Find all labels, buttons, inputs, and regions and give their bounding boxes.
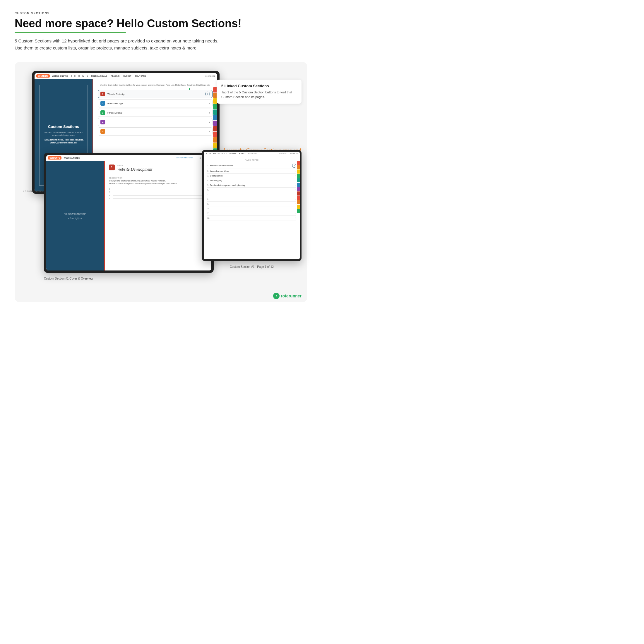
tablet-middle-inner: CONTENTS WEEKS & NOTES ‹ CUSTOM SECTIONS… xyxy=(46,155,211,270)
tab-selfcare[interactable]: SELF CARE xyxy=(134,74,148,78)
topic-item-5[interactable]: 5. Front and development stack planning … xyxy=(207,183,296,188)
rt-side-tab-11[interactable] xyxy=(297,205,300,209)
subtitle: 5 Custom Sections with 12 hyperlinked do… xyxy=(15,37,278,52)
tab-i[interactable]: I xyxy=(70,74,73,78)
tab-bucket-right[interactable]: BUCKET xyxy=(238,153,246,155)
topic-item-8[interactable]: 8.› xyxy=(207,197,296,202)
tab-ii[interactable]: II xyxy=(73,74,76,78)
connector-svg xyxy=(189,86,221,92)
section-arrow-2: › xyxy=(209,102,210,105)
rt-side-tab-9[interactable] xyxy=(297,196,300,200)
section-item-2[interactable]: 2 Roterunner App › xyxy=(98,99,213,107)
tab-roles-right[interactable]: ROLES & GOALS xyxy=(213,153,228,155)
tab-selfcare-right[interactable]: SELF CARE xyxy=(247,153,258,155)
tab-iii[interactable]: III xyxy=(77,74,81,78)
side-tab-6[interactable] xyxy=(213,115,217,120)
desc-label: DESCRIPTION xyxy=(109,177,207,179)
page-topic-label: PAGE Topic xyxy=(207,159,296,161)
callout-desc: Tap 1 of the 5 Custom Section buttons to… xyxy=(221,90,297,100)
callout-box: 5 Linked Custom Sections Tap 1 of the 5 … xyxy=(217,80,302,104)
side-tabs-right-tablet xyxy=(297,161,300,213)
topic-item-9[interactable]: 9.› xyxy=(207,202,296,206)
back-label[interactable]: ‹ CUSTOM SECTIONS xyxy=(175,157,193,159)
rt-side-tab-2[interactable] xyxy=(297,165,300,169)
section-number-badge: 1 xyxy=(109,165,115,170)
side-tab-11[interactable] xyxy=(213,143,217,148)
section-num-3: 3 xyxy=(100,110,105,115)
topic-item-7[interactable]: 7.› xyxy=(207,192,296,197)
side-tab-7[interactable] xyxy=(213,121,217,126)
topic-btn-1[interactable]: › xyxy=(292,164,296,168)
quote-author: – Buzz Lightyear xyxy=(68,217,82,219)
tab-bar-middle: CONTENTS WEEKS & NOTES ‹ CUSTOM SECTIONS… xyxy=(46,155,211,161)
section-arrow-1[interactable]: › xyxy=(205,92,210,96)
create-btn-right[interactable]: ⊕ CREATE xyxy=(290,153,299,155)
section-arrow-5: › xyxy=(209,130,210,133)
side-tab-4[interactable] xyxy=(213,104,217,109)
section-num-4: 4 xyxy=(100,120,105,124)
section-item-5[interactable]: 5 › xyxy=(98,127,213,136)
topic-item-10[interactable]: 10.› xyxy=(207,206,296,211)
topic-item-6[interactable]: 6.› xyxy=(207,188,296,192)
rt-side-tab-1[interactable] xyxy=(297,161,300,165)
topic-item-2[interactable]: 2. Inspiration and ideas › xyxy=(207,169,296,174)
topic-item-4[interactable]: 4. Site mapping › xyxy=(207,178,296,183)
rt-side-tab-12[interactable] xyxy=(297,209,300,213)
tab-iii-right[interactable]: III xyxy=(205,153,208,155)
tablet-right-inner: III IV ROLES & GOALS READING BUCKET SELF… xyxy=(204,152,300,259)
topic-item-3[interactable]: 3. Color palettes › xyxy=(207,174,296,178)
side-tab-9[interactable] xyxy=(213,132,217,137)
tab-bar-right: III IV ROLES & GOALS READING BUCKET SELF… xyxy=(204,152,300,156)
page-wrapper: CUSTOM SECTIONS Need more space? Hello C… xyxy=(15,12,307,302)
rt-side-tab-5[interactable] xyxy=(297,178,300,182)
rt-side-tab-6[interactable] xyxy=(297,183,300,187)
right-content: PAGE Topic 1. Brain Dump and sketches. ›… xyxy=(204,156,300,259)
section-item-3[interactable]: 3 Fitness Journal › xyxy=(98,109,213,117)
rt-side-tab-7[interactable] xyxy=(297,187,300,191)
tab-iv[interactable]: IV xyxy=(81,74,85,78)
caption-middle: Custom Section #1 Cover & Overview xyxy=(44,277,93,280)
middle-content: "To infinity and beyond!" – Buzz Lightye… xyxy=(46,161,211,270)
tab-iv-right[interactable]: IV xyxy=(209,153,212,155)
cover-title: Custom Sections xyxy=(48,124,79,129)
rt-side-tab-4[interactable] xyxy=(297,174,300,178)
section-item-4[interactable]: 4 › xyxy=(98,118,213,126)
tab-reading[interactable]: READING xyxy=(109,74,121,78)
create-btn-top[interactable]: ⊕ CREATE xyxy=(205,75,215,77)
middle-left-panel: "To infinity and beyond!" – Buzz Lightye… xyxy=(46,161,105,270)
section-num-2: 2 xyxy=(100,101,105,106)
page-topic-list: 1. Brain Dump and sketches. › 2. Inspira… xyxy=(207,163,296,220)
cover-bold: Take Additional Notes, Track Your Activi… xyxy=(43,138,84,144)
rt-side-tab-8[interactable] xyxy=(297,191,300,196)
tab-reading-right[interactable]: READING xyxy=(228,153,237,155)
tab-roles[interactable]: ROLES & GOALS xyxy=(90,74,109,78)
tab-bucket[interactable]: BUCKET xyxy=(122,74,133,78)
topic-item-12[interactable]: 12.› xyxy=(207,216,296,220)
tab-v[interactable]: V xyxy=(86,74,89,78)
tab-contents[interactable]: CONTENTS xyxy=(36,74,50,78)
rt-side-tab-10[interactable] xyxy=(297,200,300,204)
middle-right-panel: 1 TITLE Website Development DESCRIPTION … xyxy=(105,161,211,270)
tab-weeks-mid[interactable]: WEEKS & NOTES xyxy=(62,156,81,160)
section-name-3: Fitness Journal xyxy=(107,112,209,114)
tab-contents-mid[interactable]: CONTENTS xyxy=(48,156,61,160)
rt-side-tab-3[interactable] xyxy=(297,169,300,174)
side-tab-5[interactable] xyxy=(213,109,217,115)
section-num-1: 1 xyxy=(100,92,105,96)
quote-text: "To infinity and beyond!" xyxy=(64,212,86,215)
section-title-display: Website Development xyxy=(117,167,207,173)
section-num-5: 5 xyxy=(100,129,105,134)
caption-right: Custom Section #1 - Page 1 of 12 xyxy=(202,265,302,268)
tab-weeks[interactable]: WEEKS & NOTES xyxy=(51,74,70,78)
side-tab-10[interactable] xyxy=(213,137,217,143)
topic-item-11[interactable]: 11.› xyxy=(207,211,296,216)
title-underline xyxy=(15,32,126,33)
title-label: TITLE xyxy=(117,165,207,167)
roterunner-logo: r roterunner xyxy=(273,293,302,299)
topic-item-1[interactable]: 1. Brain Dump and sketches. › xyxy=(207,163,296,169)
section-name-2: Roterunner App xyxy=(107,102,209,105)
logo-text: roterunner xyxy=(281,294,302,298)
main-title: Need more space? Hello Custom Sections! xyxy=(15,17,307,30)
side-tab-8[interactable] xyxy=(213,126,217,131)
selfcare-label-right: SELF CarE xyxy=(279,153,287,155)
